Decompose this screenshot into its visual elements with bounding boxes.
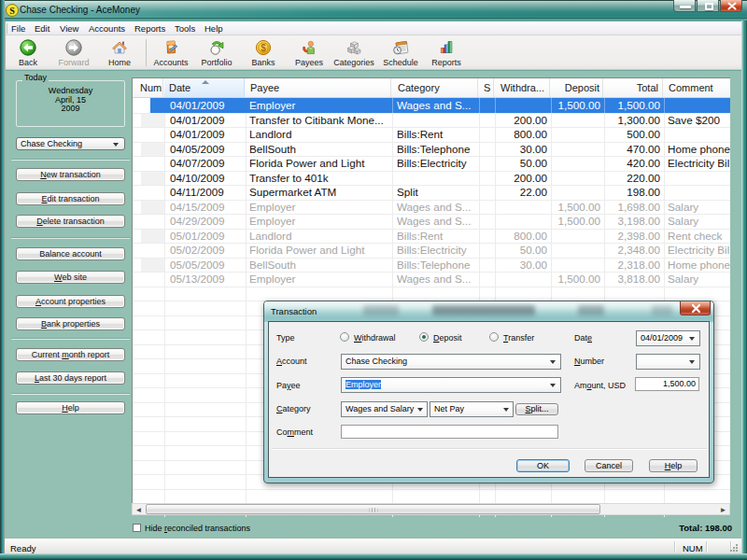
svg-text:S: S xyxy=(9,6,15,16)
svg-text:$: $ xyxy=(261,43,266,53)
